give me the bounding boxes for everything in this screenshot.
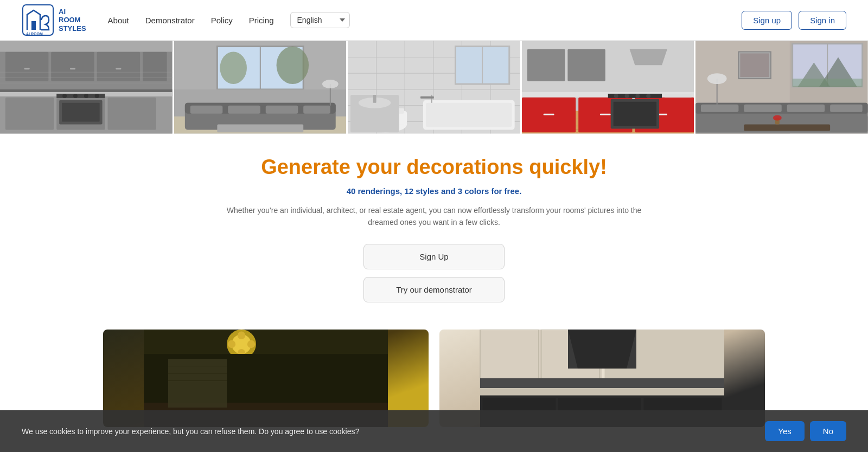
signin-button[interactable]: Sign in xyxy=(799,11,846,30)
svg-rect-77 xyxy=(527,49,565,82)
svg-rect-93 xyxy=(665,94,692,98)
nav-pricing[interactable]: Pricing xyxy=(249,16,274,25)
svg-point-88 xyxy=(635,94,640,98)
svg-rect-109 xyxy=(744,124,831,131)
svg-point-33 xyxy=(276,47,309,84)
svg-point-121 xyxy=(247,340,255,348)
navbar: AI ROOM AI ROOM STYLES About Demonstrato… xyxy=(0,0,868,41)
hero-image-strip xyxy=(0,41,868,134)
hero-subtitle: 40 renderings, 12 styles and 3 colors fo… xyxy=(11,186,857,196)
svg-rect-9 xyxy=(24,68,30,69)
logo-text-room: ROOM xyxy=(59,16,86,24)
svg-point-32 xyxy=(220,51,247,84)
svg-rect-7 xyxy=(97,51,140,81)
nav-about[interactable]: About xyxy=(108,16,129,25)
room-panel-kitchen-grey xyxy=(0,41,174,134)
svg-point-122 xyxy=(238,331,245,339)
svg-rect-115 xyxy=(741,53,770,77)
svg-rect-117 xyxy=(144,330,388,354)
svg-rect-42 xyxy=(217,124,303,132)
svg-point-89 xyxy=(646,94,650,98)
svg-rect-63 xyxy=(420,96,434,99)
svg-rect-5 xyxy=(5,51,48,81)
logo-link[interactable]: AI ROOM AI ROOM STYLES xyxy=(22,4,86,36)
language-selector[interactable]: English French Spanish German xyxy=(290,12,350,28)
room-panel-bathroom xyxy=(348,41,522,134)
svg-rect-23 xyxy=(0,41,173,52)
svg-rect-62 xyxy=(431,95,432,103)
nav-links: About Demonstrator Policy Pricing Englis… xyxy=(108,12,742,28)
svg-rect-11 xyxy=(116,68,121,69)
nav-demonstrator[interactable]: Demonstrator xyxy=(145,16,195,25)
cta-demo-button[interactable]: Try our demonstrator xyxy=(363,277,505,302)
svg-point-113 xyxy=(707,73,727,84)
svg-rect-100 xyxy=(793,79,863,87)
svg-rect-22 xyxy=(62,103,99,122)
svg-rect-15 xyxy=(107,98,156,130)
room-panel-living-grey xyxy=(174,41,348,134)
svg-point-17 xyxy=(62,94,67,98)
logo-text-ai: AI xyxy=(59,8,86,16)
cookie-banner: We use cookies to improve your experienc… xyxy=(0,410,868,427)
hero-section: Generate your decorations quickly! 40 re… xyxy=(0,134,868,319)
svg-point-19 xyxy=(84,94,88,98)
cookie-no-button[interactable]: No xyxy=(810,421,846,427)
cta-buttons: Sign Up Try our demonstrator xyxy=(11,244,857,302)
cookie-buttons: Yes No xyxy=(765,421,846,427)
svg-point-20 xyxy=(95,94,99,98)
svg-rect-39 xyxy=(228,106,260,114)
svg-rect-40 xyxy=(265,106,298,114)
svg-point-86 xyxy=(614,94,618,98)
svg-rect-83 xyxy=(600,114,611,115)
room-panel-kitchen-red xyxy=(522,41,696,134)
room-panel-living-cozy xyxy=(695,41,868,134)
logo-icon: AI ROOM xyxy=(22,4,54,36)
svg-point-18 xyxy=(73,94,78,98)
svg-rect-137 xyxy=(480,388,724,396)
svg-text:AI ROOM: AI ROOM xyxy=(26,32,43,36)
svg-rect-105 xyxy=(701,105,738,112)
svg-rect-108 xyxy=(830,105,863,112)
svg-marker-92 xyxy=(629,49,667,66)
svg-rect-61 xyxy=(426,103,512,127)
svg-rect-78 xyxy=(567,49,605,82)
svg-rect-82 xyxy=(543,114,554,115)
hero-description: Whether you're an individual, architect,… xyxy=(222,204,646,229)
svg-rect-10 xyxy=(70,68,75,69)
svg-rect-8 xyxy=(143,51,167,81)
svg-rect-138 xyxy=(480,378,724,388)
svg-rect-91 xyxy=(614,102,656,126)
svg-rect-107 xyxy=(787,105,825,112)
svg-rect-41 xyxy=(303,106,330,114)
svg-point-87 xyxy=(624,94,629,98)
svg-marker-136 xyxy=(568,330,636,369)
signup-button[interactable]: Sign up xyxy=(742,11,792,30)
svg-rect-69 xyxy=(373,95,376,103)
nav-auth-buttons: Sign up Sign in xyxy=(742,11,846,30)
svg-rect-38 xyxy=(190,106,222,114)
cta-signup-button[interactable]: Sign Up xyxy=(363,244,505,269)
logo-text-styles: STYLES xyxy=(59,24,86,33)
svg-rect-13 xyxy=(5,98,54,130)
cookie-yes-button[interactable]: Yes xyxy=(765,421,804,427)
svg-point-120 xyxy=(228,340,235,348)
svg-point-111 xyxy=(773,115,782,121)
hero-title: Generate your decorations quickly! xyxy=(11,156,857,179)
nav-policy[interactable]: Policy xyxy=(211,16,233,25)
svg-rect-6 xyxy=(51,51,94,81)
svg-rect-106 xyxy=(744,105,782,112)
svg-point-44 xyxy=(322,80,339,88)
